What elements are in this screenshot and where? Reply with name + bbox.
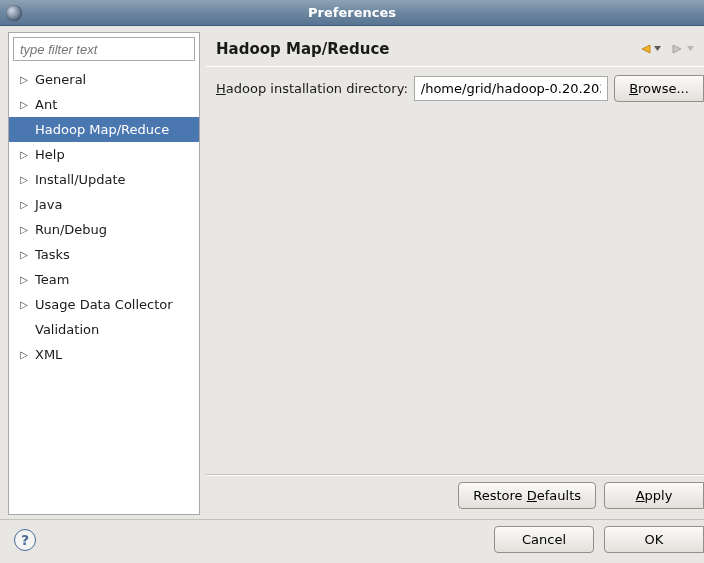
tree-item[interactable]: ▷Usage Data Collector: [9, 292, 199, 317]
tree-item-label: Help: [31, 147, 65, 162]
main-area: ▷General▷Ant▷Hadoop Map/Reduce▷Help▷Inst…: [0, 26, 704, 519]
dialog-button-bar: ? Cancel OK: [0, 519, 704, 563]
tree-item-label: Usage Data Collector: [31, 297, 173, 312]
tree-item[interactable]: ▷Team: [9, 267, 199, 292]
expand-icon[interactable]: ▷: [17, 99, 31, 110]
tree-item-label: Tasks: [31, 247, 70, 262]
tree-item-label: General: [31, 72, 86, 87]
tree-item-label: Hadoop Map/Reduce: [31, 122, 169, 137]
svg-marker-3: [687, 46, 694, 51]
tree-item-label: Install/Update: [31, 172, 126, 187]
filter-field-wrapper[interactable]: [13, 37, 195, 61]
filter-input[interactable]: [20, 42, 188, 57]
svg-marker-1: [654, 46, 661, 51]
dialog-main-buttons: Cancel OK: [494, 526, 704, 553]
expand-icon[interactable]: ▷: [17, 74, 31, 85]
browse-button[interactable]: Browse...: [614, 75, 704, 102]
tree-item[interactable]: ▷Install/Update: [9, 167, 199, 192]
preferences-tree[interactable]: ▷General▷Ant▷Hadoop Map/Reduce▷Help▷Inst…: [9, 65, 199, 514]
tree-item[interactable]: ▷General: [9, 67, 199, 92]
tree-item[interactable]: ▷Tasks: [9, 242, 199, 267]
window-title: Preferences: [308, 5, 396, 20]
tree-item-label: Java: [31, 197, 62, 212]
tree-item-label: Ant: [31, 97, 57, 112]
tree-item[interactable]: ▷Hadoop Map/Reduce: [9, 117, 199, 142]
tree-item[interactable]: ▷Validation: [9, 317, 199, 342]
expand-icon[interactable]: ▷: [17, 174, 31, 185]
tree-item-label: Run/Debug: [31, 222, 107, 237]
expand-icon[interactable]: ▷: [17, 274, 31, 285]
page-nav: [638, 43, 694, 55]
install-dir-row: Hadoop installation directory: Browse...: [206, 75, 704, 102]
install-dir-label: Hadoop installation directory:: [216, 81, 408, 96]
expand-icon[interactable]: ▷: [17, 199, 31, 210]
dropdown-caret-icon: [687, 46, 694, 53]
tree-item-label: XML: [31, 347, 62, 362]
expand-icon[interactable]: ▷: [17, 349, 31, 360]
arrow-right-icon: [671, 43, 685, 55]
tree-item-label: Team: [31, 272, 69, 287]
header-separator: [206, 66, 704, 67]
apply-button[interactable]: Apply: [604, 482, 704, 509]
preferences-sidebar: ▷General▷Ant▷Hadoop Map/Reduce▷Help▷Inst…: [8, 32, 200, 515]
page-body: [206, 102, 704, 475]
tree-item[interactable]: ▷Help: [9, 142, 199, 167]
app-icon: [6, 5, 22, 21]
expand-icon[interactable]: ▷: [17, 299, 31, 310]
help-icon[interactable]: ?: [14, 529, 36, 551]
install-dir-input[interactable]: [414, 76, 608, 101]
svg-marker-0: [642, 45, 650, 53]
forward-button[interactable]: [671, 43, 694, 55]
tree-item[interactable]: ▷Ant: [9, 92, 199, 117]
tree-item[interactable]: ▷Run/Debug: [9, 217, 199, 242]
dropdown-caret-icon: [654, 46, 661, 53]
client-area: ▷General▷Ant▷Hadoop Map/Reduce▷Help▷Inst…: [0, 26, 704, 563]
svg-marker-2: [673, 45, 681, 53]
page-footer: Restore Defaults Apply: [206, 475, 704, 515]
tree-item[interactable]: ▷XML: [9, 342, 199, 367]
page-title: Hadoop Map/Reduce: [216, 40, 389, 58]
page-header: Hadoop Map/Reduce: [206, 32, 704, 66]
arrow-left-icon: [638, 43, 652, 55]
restore-defaults-button[interactable]: Restore Defaults: [458, 482, 596, 509]
window-titlebar: Preferences: [0, 0, 704, 26]
expand-icon[interactable]: ▷: [17, 249, 31, 260]
cancel-button[interactable]: Cancel: [494, 526, 594, 553]
expand-icon[interactable]: ▷: [17, 149, 31, 160]
expand-icon[interactable]: ▷: [17, 224, 31, 235]
tree-item-label: Validation: [31, 322, 99, 337]
ok-button[interactable]: OK: [604, 526, 704, 553]
tree-item[interactable]: ▷Java: [9, 192, 199, 217]
back-button[interactable]: [638, 43, 661, 55]
preferences-page: Hadoop Map/Reduce Hadoop installation di…: [206, 32, 704, 515]
